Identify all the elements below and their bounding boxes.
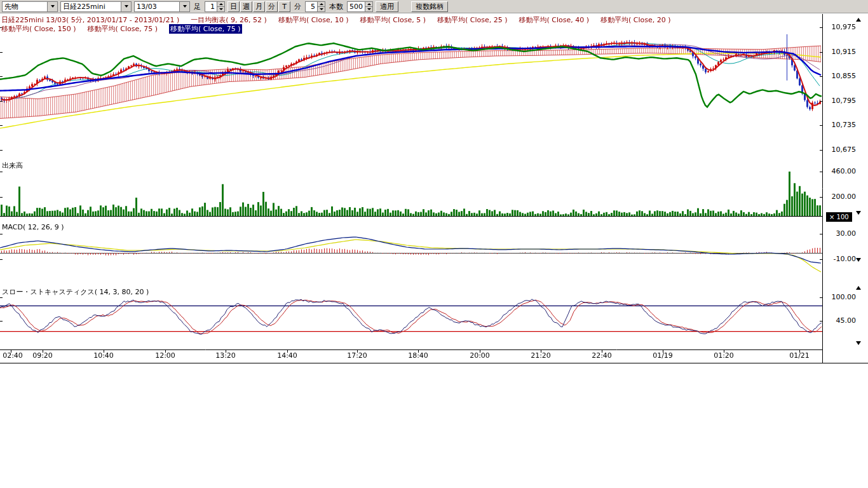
main-toolbar: 先物 日経225mini 13/03 足 1 日週月分T 分 5 本数 500 … bbox=[0, 0, 868, 13]
ashi-stepper[interactable]: 1 bbox=[205, 1, 225, 12]
volume-multiplier-badge: × 100 bbox=[826, 212, 852, 222]
time-axis-label: 21:20 bbox=[528, 351, 553, 360]
contract-dropdown-value: 13/03 bbox=[135, 3, 179, 11]
time-axis-label: 18:40 bbox=[405, 351, 431, 360]
period-button-日[interactable]: 日 bbox=[227, 1, 240, 12]
legend-item[interactable]: 移動平均( Close, 40 ) bbox=[519, 15, 590, 25]
time-axis-label: 01:20 bbox=[711, 351, 736, 360]
macd-axis-label: 30.00 bbox=[825, 229, 856, 238]
spinner-buttons[interactable] bbox=[365, 2, 372, 11]
legend-line1: 日経225mini 13/03( 5分, 2013/01/17 - 2013/0… bbox=[1, 15, 671, 25]
period-button-T[interactable]: T bbox=[278, 1, 290, 12]
price-axis-label: 10,675 bbox=[825, 146, 856, 154]
chevron-down-icon[interactable] bbox=[47, 2, 57, 11]
time-axis-label: 10:40 bbox=[91, 351, 116, 360]
minute-stepper-value: 5 bbox=[306, 2, 317, 11]
period-button-分[interactable]: 分 bbox=[266, 1, 278, 12]
price-axis-label: 10,795 bbox=[825, 97, 856, 105]
spinner-buttons[interactable] bbox=[317, 2, 325, 11]
bars-stepper[interactable]: 500 bbox=[347, 1, 373, 12]
symbol-dropdown-value: 日経225mini bbox=[61, 2, 121, 11]
time-axis-label: 20:00 bbox=[467, 351, 492, 360]
legend-item[interactable]: 移動平均( Close, 20 ) bbox=[600, 15, 671, 25]
price-axis-label: 10,855 bbox=[825, 72, 856, 80]
price-chart-canvas[interactable] bbox=[0, 14, 823, 363]
category-dropdown[interactable]: 先物 bbox=[2, 1, 58, 12]
legend-item[interactable]: 移動平均( Close, 25 ) bbox=[437, 15, 508, 25]
pane-scroll-up-icon[interactable] bbox=[856, 286, 861, 290]
chevron-down-icon[interactable] bbox=[121, 2, 131, 11]
time-axis-label: 13:20 bbox=[213, 351, 238, 360]
legend-item[interactable]: 移動平均( Close, 75 ) bbox=[169, 24, 242, 34]
time-axis-label: 09:20 bbox=[30, 351, 55, 360]
price-axis-label: 10,975 bbox=[825, 23, 856, 31]
spinner-buttons[interactable] bbox=[217, 2, 224, 11]
minute-stepper[interactable]: 5 bbox=[305, 1, 325, 12]
time-axis-label: 01/21 bbox=[787, 351, 812, 360]
legend-line2: 移動平均( Close, 150 )移動平均( Close, 75 )移動平均(… bbox=[1, 24, 242, 34]
legend-item[interactable]: 日経225mini 13/03( 5分, 2013/01/17 - 2013/0… bbox=[1, 15, 179, 25]
time-axis-label: 02:40 bbox=[0, 351, 25, 360]
multi-symbol-button[interactable]: 複数銘柄 bbox=[411, 1, 448, 12]
pane-scroll-down-icon[interactable] bbox=[856, 341, 861, 345]
macd-panel-label: MACD( 12, 26, 9 ) bbox=[2, 223, 64, 231]
chevron-down-icon[interactable] bbox=[179, 2, 189, 11]
volume-panel-label: 出来高 bbox=[2, 161, 23, 170]
minute-unit-label: 分 bbox=[293, 2, 302, 11]
price-axis-label: 10,915 bbox=[825, 48, 856, 56]
pane-scroll-down-icon[interactable] bbox=[856, 258, 861, 262]
time-axis-label: 22:40 bbox=[589, 351, 614, 360]
period-button-週[interactable]: 週 bbox=[240, 1, 252, 12]
symbol-dropdown[interactable]: 日経225mini bbox=[60, 1, 132, 12]
bars-stepper-value: 500 bbox=[348, 2, 365, 11]
bottom-divider bbox=[0, 363, 868, 363]
bars-label: 本数 bbox=[328, 2, 344, 11]
time-axis-label: 01/19 bbox=[650, 351, 675, 360]
chart-area: 日経225mini 13/03( 5分, 2013/01/17 - 2013/0… bbox=[0, 14, 868, 365]
stoch-panel-label: スロー・ストキャスティクス( 14, 3, 80, 20 ) bbox=[2, 287, 149, 297]
legend-item[interactable]: 一目均衡表( 9, 26, 52 ) bbox=[191, 15, 267, 25]
stoch-axis-label: 100.00 bbox=[825, 293, 856, 301]
volume-axis-label: 460.00 bbox=[825, 167, 856, 175]
time-axis-label: 14:40 bbox=[275, 351, 300, 360]
period-button-月[interactable]: 月 bbox=[253, 1, 265, 12]
time-axis-label: 12:00 bbox=[153, 351, 178, 360]
apply-button[interactable]: 適用 bbox=[376, 1, 398, 12]
price-axis-label: 10,735 bbox=[825, 121, 856, 129]
macd-axis-label: -10.00 bbox=[825, 255, 856, 263]
volume-axis-label: 200.00 bbox=[825, 193, 856, 201]
legend-item[interactable]: 移動平均( Close, 10 ) bbox=[278, 15, 349, 25]
legend-item[interactable]: 移動平均( Close, 150 ) bbox=[1, 24, 76, 34]
ashi-stepper-value: 1 bbox=[205, 2, 217, 11]
period-buttons: 日週月分T bbox=[227, 1, 290, 12]
legend-item[interactable]: 移動平均( Close, 5 ) bbox=[360, 15, 426, 25]
pane-scroll-up-icon[interactable] bbox=[856, 18, 861, 22]
contract-dropdown[interactable]: 13/03 bbox=[134, 1, 190, 12]
legend-item[interactable]: 移動平均( Close, 75 ) bbox=[88, 24, 158, 34]
stoch-axis-label: 45.00 bbox=[825, 316, 856, 325]
ashi-label: 足 bbox=[193, 2, 202, 11]
time-axis-label: 17:20 bbox=[344, 351, 370, 360]
category-dropdown-value: 先物 bbox=[3, 2, 47, 11]
pane-scroll-down-icon[interactable] bbox=[856, 211, 861, 215]
